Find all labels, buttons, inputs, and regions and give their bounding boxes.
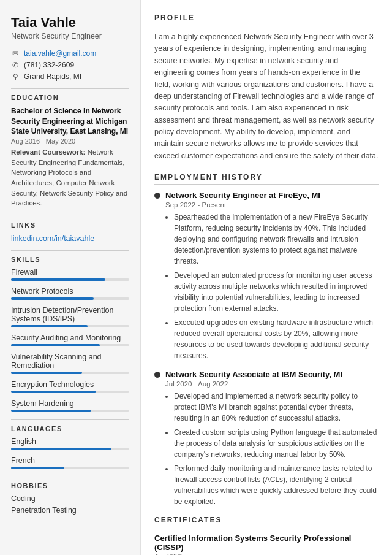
language-item: English xyxy=(11,437,129,450)
cert-date: Apr 2021 xyxy=(154,553,379,555)
skill-bar-fill xyxy=(11,278,105,281)
skill-item: Firewall xyxy=(11,268,129,281)
candidate-title: Network Security Engineer xyxy=(11,32,129,40)
job-entry: Network Security Engineer at FireEye, MI… xyxy=(154,191,379,361)
linkedin-link[interactable]: linkedin.com/in/taiavahle xyxy=(11,234,94,243)
language-bar-fill xyxy=(11,448,111,450)
resume-container: Taia Vahle Network Security Engineer ✉ t… xyxy=(0,0,392,555)
certificates-list: Certified Information Systems Security P… xyxy=(154,534,379,555)
linkedin-link-item: linkedin.com/in/taiavahle xyxy=(11,234,129,243)
skills-section-title: SKILLS xyxy=(11,256,129,263)
skill-bar-bg xyxy=(11,372,129,374)
job-bullet: Developed an automated process for monit… xyxy=(174,270,379,314)
job-header: Network Security Engineer at FireEye, MI xyxy=(154,191,379,200)
job-bullet: Executed upgrades on existing hardware i… xyxy=(174,317,379,361)
skill-name: Network Protocols xyxy=(11,287,129,296)
skill-name: Firewall xyxy=(11,268,129,277)
phone-icon: ✆ xyxy=(11,61,20,69)
job-title: Network Security Associate at IBM Securi… xyxy=(165,370,342,379)
location-contact: ⚲ Grand Rapids, MI xyxy=(11,72,129,81)
languages-divider xyxy=(11,419,129,420)
skill-item: Intrusion Detection/Prevention Systems (… xyxy=(11,306,129,327)
certificates-section-title: CERTIFICATES xyxy=(154,516,379,524)
skill-bar-fill xyxy=(11,372,82,374)
skill-item: Network Protocols xyxy=(11,287,129,300)
certificates-divider xyxy=(154,527,379,527)
jobs-list: Network Security Engineer at FireEye, MI… xyxy=(154,191,379,507)
links-divider xyxy=(11,216,129,216)
edu-dates: Aug 2016 - May 2020 xyxy=(11,137,129,145)
job-title: Network Security Engineer at FireEye, MI xyxy=(165,191,320,200)
skill-bar-bg xyxy=(11,325,129,327)
skill-bar-fill xyxy=(11,410,91,412)
edu-degree: Bachelor of Science in Network Security … xyxy=(11,106,129,136)
email-link[interactable]: taia.vahle@gmail.com xyxy=(24,49,96,58)
language-bar-bg xyxy=(11,448,129,450)
languages-section-title: LANGUAGES xyxy=(11,425,129,432)
hobby-item: Penetration Testing xyxy=(11,506,129,515)
employment-divider xyxy=(154,184,379,185)
phone-number: (781) 332-2609 xyxy=(24,61,74,69)
main-content: PROFILE I am a highly experienced Networ… xyxy=(141,0,392,555)
skill-item: Encryption Technologies xyxy=(11,380,129,393)
language-item: French xyxy=(11,456,129,469)
job-entry: Network Security Associate at IBM Securi… xyxy=(154,370,379,507)
profile-divider xyxy=(154,25,379,25)
candidate-name: Taia Vahle xyxy=(11,15,129,31)
job-bullet: Spearheaded the implementation of a new … xyxy=(174,212,379,267)
hobbies-divider xyxy=(11,477,129,477)
skill-bar-fill xyxy=(11,297,94,300)
job-dot xyxy=(154,193,160,199)
skill-bar-fill xyxy=(11,344,100,346)
education-divider xyxy=(11,88,129,89)
sidebar: Taia Vahle Network Security Engineer ✉ t… xyxy=(0,0,141,555)
hobbies-section-title: HOBBIES xyxy=(11,482,129,489)
language-bar-fill xyxy=(11,467,64,469)
job-dates: Jul 2020 - Aug 2022 xyxy=(165,380,379,388)
language-name: French xyxy=(11,456,129,465)
language-bar-bg xyxy=(11,467,129,469)
job-header: Network Security Associate at IBM Securi… xyxy=(154,370,379,379)
profile-section-title: PROFILE xyxy=(154,13,379,22)
location-icon: ⚲ xyxy=(11,72,20,81)
job-bullet: Developed and implemented a network secu… xyxy=(174,391,379,424)
links-section-title: LINKS xyxy=(11,221,129,229)
profile-text: I am a highly experienced Network Securi… xyxy=(154,31,379,162)
skill-bar-bg xyxy=(11,344,129,346)
job-dates: Sep 2022 - Present xyxy=(165,201,379,209)
job-bullets: Developed and implemented a network secu… xyxy=(165,391,379,507)
email-contact: ✉ taia.vahle@gmail.com xyxy=(11,49,129,58)
edu-coursework: Relevant Coursework: Network Security En… xyxy=(11,147,129,209)
location-text: Grand Rapids, MI xyxy=(24,72,81,81)
skill-bar-fill xyxy=(11,325,88,327)
languages-list: English French xyxy=(11,437,129,469)
skill-bar-bg xyxy=(11,410,129,412)
skill-item: Vulnerability Scanning and Remediation xyxy=(11,353,129,374)
job-bullets: Spearheaded the implementation of a new … xyxy=(165,212,379,361)
skill-bar-bg xyxy=(11,391,129,393)
skill-name: Vulnerability Scanning and Remediation xyxy=(11,353,129,370)
job-bullet: Created custom scripts using Python lang… xyxy=(174,427,379,460)
skills-divider xyxy=(11,250,129,251)
skill-name: Security Auditing and Monitoring xyxy=(11,334,129,342)
email-icon: ✉ xyxy=(11,49,20,58)
skill-name: System Hardening xyxy=(11,399,129,408)
skill-item: System Hardening xyxy=(11,399,129,412)
phone-contact: ✆ (781) 332-2609 xyxy=(11,61,129,69)
certificate-item: Certified Information Systems Security P… xyxy=(154,534,379,555)
job-dot xyxy=(154,372,160,378)
hobby-item: Coding xyxy=(11,494,129,503)
skills-list: Firewall Network Protocols Intrusion Det… xyxy=(11,268,129,412)
cert-name: Certified Information Systems Security P… xyxy=(154,534,379,552)
hobbies-list: CodingPenetration Testing xyxy=(11,494,129,515)
skill-item: Security Auditing and Monitoring xyxy=(11,334,129,346)
skill-bar-fill xyxy=(11,391,96,393)
job-bullet: Performed daily monitoring and maintenan… xyxy=(174,463,379,507)
skill-bar-bg xyxy=(11,278,129,281)
coursework-label: Relevant Coursework: xyxy=(11,148,85,156)
education-section-title: EDUCATION xyxy=(11,94,129,101)
coursework-text: Network Security Engineering Fundamental… xyxy=(11,148,127,207)
skill-name: Intrusion Detection/Prevention Systems (… xyxy=(11,306,129,323)
skill-name: Encryption Technologies xyxy=(11,380,129,389)
language-name: English xyxy=(11,437,129,446)
